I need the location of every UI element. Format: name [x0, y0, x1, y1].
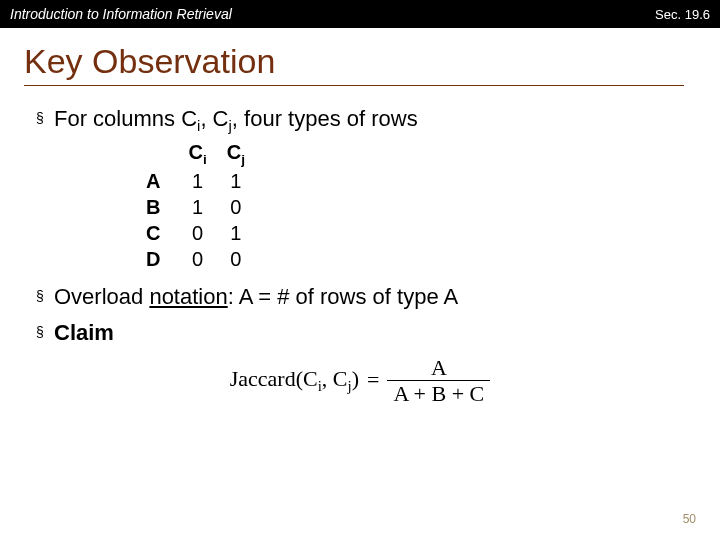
cell: 1 — [178, 194, 216, 220]
formula-numerator: A — [425, 356, 453, 380]
table-row: D 0 0 — [136, 246, 255, 272]
col-header-ci: Ci — [178, 139, 216, 169]
cell: 0 — [178, 220, 216, 246]
bullet-text: Overload notation: A = # of rows of type… — [54, 282, 684, 312]
formula-denominator: A + B + C — [387, 380, 490, 405]
cell: 0 — [178, 246, 216, 272]
course-title: Introduction to Information Retrieval — [10, 6, 232, 22]
jaccard-formula: Jaccard(Ci, Cj) = A A + B + C — [36, 356, 684, 405]
table-row: A 1 1 — [136, 168, 255, 194]
row-label: D — [136, 246, 178, 272]
cell: 0 — [217, 194, 255, 220]
slide-title: Key Observation — [24, 42, 684, 86]
cell: 1 — [217, 168, 255, 194]
bullet-text: Claim — [54, 318, 684, 348]
page-number: 50 — [683, 512, 696, 526]
row-label: B — [136, 194, 178, 220]
bullet-item: § For columns Ci, Cj, four types of rows — [36, 104, 684, 137]
slide-content: § For columns Ci, Cj, four types of rows… — [36, 104, 684, 405]
col-header-cj: Cj — [217, 139, 255, 169]
bullet-text: For columns Ci, Cj, four types of rows — [54, 104, 684, 137]
bullet-item: § Overload notation: A = # of rows of ty… — [36, 282, 684, 312]
bullet-item: § Claim — [36, 318, 684, 348]
bullet-marker-icon: § — [36, 318, 54, 346]
row-types-table: Ci Cj A 1 1 B 1 0 C 0 1 — [136, 139, 684, 273]
table-row: B 1 0 — [136, 194, 255, 220]
row-label: C — [136, 220, 178, 246]
bullet-marker-icon: § — [36, 282, 54, 310]
table-row: C 0 1 — [136, 220, 255, 246]
section-label: Sec. 19.6 — [655, 7, 710, 22]
bullet-marker-icon: § — [36, 104, 54, 132]
cell: 0 — [217, 246, 255, 272]
cell: 1 — [217, 220, 255, 246]
row-label: A — [136, 168, 178, 194]
slide-header: Introduction to Information Retrieval Se… — [0, 0, 720, 28]
cell: 1 — [178, 168, 216, 194]
